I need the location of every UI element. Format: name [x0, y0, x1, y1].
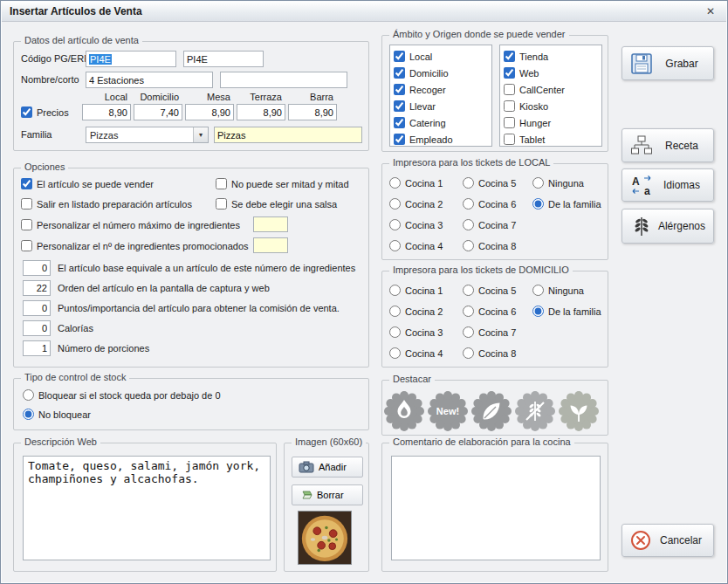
hunger-checkbox[interactable]	[504, 117, 515, 128]
precios-checkbox[interactable]	[21, 106, 32, 118]
alergenos-button[interactable]: Alérgenos	[622, 209, 714, 244]
cocina-1-radio[interactable]	[389, 177, 401, 189]
dom-cocina-6-radio-row[interactable]: Cocina 6	[463, 306, 516, 317]
tablet-checkbox[interactable]	[504, 134, 515, 145]
checkbox-listado-preparacion[interactable]: Salir en listado preparación artículos	[21, 198, 192, 210]
checkbox-ingredientes-promocionados[interactable]: Personalizar el nº de ingredientes promo…	[21, 240, 249, 251]
articulo-base-input[interactable]	[23, 260, 51, 276]
local-cocina-4-radio-row[interactable]: Cocina 4	[389, 240, 443, 251]
cocina-7-radio[interactable]	[463, 326, 474, 338]
badge-vegan-icon[interactable]	[559, 391, 599, 431]
cocina-5-radio[interactable]	[463, 177, 474, 189]
local-cocina-5-radio-row[interactable]: Cocina 5	[463, 177, 516, 189]
mitad-y-mitad-checkbox[interactable]	[216, 178, 227, 189]
ambito-item-catering[interactable]: Catering	[390, 114, 491, 131]
kiosko-checkbox[interactable]	[504, 100, 515, 112]
badge-gluten-free-icon[interactable]	[515, 391, 555, 431]
dom-cocina-5-radio-row[interactable]: Cocina 5	[463, 285, 516, 296]
se-puede-vender-checkbox[interactable]	[21, 178, 32, 189]
origen-item-hunger[interactable]: Hunger	[500, 114, 601, 131]
receta-button[interactable]: Receta	[622, 128, 714, 162]
origen-item-callcenter[interactable]: CallCenter	[500, 81, 601, 98]
cocina-4-radio[interactable]	[389, 240, 401, 251]
domicilio-checkbox[interactable]	[394, 67, 405, 79]
callcenter-checkbox[interactable]	[504, 84, 515, 95]
cocina-1-radio[interactable]	[389, 285, 401, 296]
origen-item-kiosko[interactable]: Kiosko	[500, 98, 601, 114]
origen-listbox[interactable]: Tienda Web CallCenter Kiosko Hunger Tabl…	[499, 45, 602, 147]
cocina-8-radio[interactable]	[463, 240, 474, 251]
tienda-checkbox[interactable]	[504, 51, 515, 62]
ambito-item-recoger[interactable]: Recoger	[390, 81, 491, 98]
codigo-pg-erp-input[interactable]: PI4E	[86, 51, 176, 67]
familia-select[interactable]: Pizzas ▾	[86, 127, 209, 143]
dom-cocina-7-radio-row[interactable]: Cocina 7	[463, 326, 516, 338]
local-cocina-7-radio-row[interactable]: Cocina 7	[463, 219, 516, 230]
delete-image-button[interactable]: Borrar	[292, 484, 363, 505]
local-cocina-1-radio-row[interactable]: Cocina 1	[389, 177, 443, 189]
nombre-input[interactable]	[86, 72, 213, 88]
max-ingredientes-checkbox[interactable]	[21, 219, 32, 230]
radio-no-bloquear[interactable]: No bloquear	[23, 409, 91, 420]
badge-new-icon[interactable]: New!	[428, 391, 468, 431]
dom-ninguna-radio-row[interactable]: Ninguna	[532, 285, 584, 296]
listado-preparacion-checkbox[interactable]	[21, 198, 32, 210]
cocina-3-radio[interactable]	[389, 326, 401, 338]
radio-bloquear-stock[interactable]: Bloquear si el stock queda por debajo de…	[23, 389, 221, 401]
local-ninguna-radio-row[interactable]: Ninguna	[532, 177, 584, 189]
local-checkbox[interactable]	[394, 51, 405, 62]
recoger-checkbox[interactable]	[394, 84, 405, 95]
ambito-listbox[interactable]: Local Domicilio Recoger Llevar Catering …	[389, 45, 492, 147]
nombre-corto-input[interactable]	[220, 72, 347, 88]
precios-checkbox-row[interactable]: Precios	[21, 106, 69, 118]
precio-barra-input[interactable]	[288, 104, 337, 120]
precio-mesa-input[interactable]	[185, 104, 234, 120]
descripcion-web-textarea[interactable]: Tomate, queso, salami, jamón york, champ…	[23, 456, 271, 560]
cocina-5-radio[interactable]	[463, 285, 474, 296]
local-cocina-8-radio-row[interactable]: Cocina 8	[463, 240, 516, 251]
badge-spicy-icon[interactable]	[384, 391, 424, 431]
origen-item-tienda[interactable]: Tienda	[500, 48, 601, 65]
add-image-button[interactable]: Añadir	[292, 457, 363, 478]
close-icon[interactable]: ✕	[703, 3, 718, 19]
max-ingredientes-input[interactable]	[253, 216, 288, 232]
cocina-4-radio[interactable]	[389, 347, 401, 359]
bloquear-stock-radio[interactable]	[23, 389, 34, 401]
grabar-button[interactable]: Grabar	[622, 46, 714, 80]
de-la-familia-radio[interactable]	[532, 198, 544, 210]
checkbox-se-puede-vender[interactable]: El artículo se puede vender	[21, 178, 154, 189]
empleado-checkbox[interactable]	[394, 134, 405, 145]
cocina-2-radio[interactable]	[389, 198, 401, 210]
ninguna-radio[interactable]	[532, 285, 544, 296]
local-cocina-2-radio-row[interactable]: Cocina 2	[389, 198, 443, 210]
precio-domicilio-input[interactable]	[134, 104, 182, 120]
dom-cocina-4-radio-row[interactable]: Cocina 4	[389, 347, 443, 359]
cocina-2-radio[interactable]	[389, 306, 401, 317]
dom-cocina-2-radio-row[interactable]: Cocina 2	[389, 306, 443, 317]
precio-local-input[interactable]	[82, 104, 131, 120]
web-checkbox[interactable]	[504, 67, 515, 79]
comentario-cocina-textarea[interactable]	[391, 456, 601, 560]
checkbox-mitad-y-mitad[interactable]: No puede ser mitad y mitad	[216, 178, 349, 189]
local-cocina-3-radio-row[interactable]: Cocina 3	[389, 219, 443, 230]
catering-checkbox[interactable]	[394, 117, 405, 128]
badge-bio-leaf-icon[interactable]	[471, 391, 512, 431]
cancelar-button[interactable]: Cancelar	[622, 524, 714, 557]
dom-cocina-1-radio-row[interactable]: Cocina 1	[389, 285, 443, 296]
ambito-item-llevar[interactable]: Llevar	[390, 98, 491, 114]
checkbox-elegir-salsa[interactable]: Se debe elegir una salsa	[216, 198, 337, 210]
calorias-input[interactable]	[23, 320, 51, 336]
ingredientes-promocionados-input[interactable]	[253, 237, 288, 253]
puntos-comision-input[interactable]	[23, 300, 51, 316]
checkbox-max-ingredientes[interactable]: Personalizar el número máximo de ingredi…	[21, 219, 240, 230]
origen-item-web[interactable]: Web	[500, 65, 601, 81]
ambito-item-domicilio[interactable]: Domicilio	[390, 65, 491, 81]
no-bloquear-radio[interactable]	[23, 409, 34, 420]
orden-articulo-input[interactable]	[23, 280, 51, 296]
elegir-salsa-checkbox[interactable]	[216, 198, 227, 210]
ingredientes-promocionados-checkbox[interactable]	[21, 240, 32, 251]
cocina-8-radio[interactable]	[463, 347, 474, 359]
cocina-6-radio[interactable]	[463, 198, 474, 210]
ninguna-radio[interactable]	[532, 177, 544, 189]
ambito-item-empleado[interactable]: Empleado	[390, 131, 491, 148]
